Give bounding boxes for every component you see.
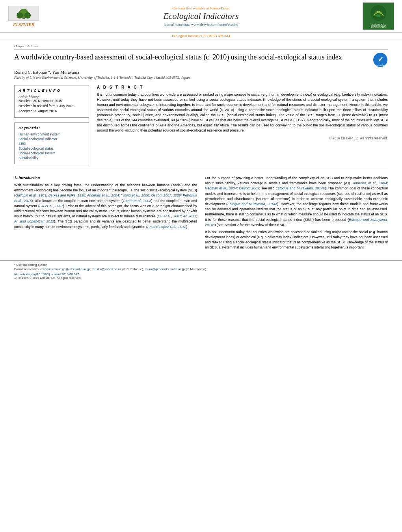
body-content: 1. Introduction With sustainability as a…	[0, 176, 402, 252]
article-section-label: Original Articles	[14, 44, 388, 50]
email-3-link[interactable]: mura@geoenv.tsukuba.ac.jp	[145, 267, 185, 271]
abstract-text: It is not uncommon today that countries …	[97, 92, 388, 133]
article-info-box: A R T I C L E I N F O Article history: R…	[14, 85, 89, 118]
email-1-link[interactable]: estoque.ronald.ga@u.tsukuba.ac.jp	[40, 267, 90, 271]
homepage-url[interactable]: www.elsevier.com/locate/ecolind	[191, 22, 238, 26]
article-section: Original Articles A worldwide country-ba…	[0, 39, 402, 164]
contents-line: Contents lists available at ScienceDirec…	[39, 6, 363, 10]
article-title: A worldwide country-based assessment of …	[14, 52, 369, 62]
intro-para-1: With sustainability as a key driving for…	[14, 183, 197, 230]
intro-right-para-2: It is not uncommon today that countries …	[205, 230, 388, 250]
intro-right-para-1: For the purpose of providing a better un…	[205, 176, 388, 228]
crossmark-logo[interactable]: ✓ CrossMark	[373, 52, 388, 67]
keyword-3: SESI	[19, 142, 85, 146]
revised-value: Received in revised form 7 July 2016	[19, 104, 85, 108]
email-2-link[interactable]: rans2k@yahoo.co.uk	[92, 267, 121, 271]
svg-point-2	[17, 12, 23, 19]
keywords-box: Keywords: Human-environment system Socia…	[14, 122, 89, 164]
right-column: A B S T R A C T It is not uncommon today…	[97, 85, 388, 164]
keyword-6: Sustainability	[19, 156, 85, 160]
body-right-col: For the purpose of providing a better un…	[205, 176, 388, 252]
elsevier-tree-image	[8, 6, 39, 21]
keyword-5: Social-ecological system	[19, 151, 85, 155]
elsevier-logo: ELSEVIER	[8, 6, 39, 27]
journal-logo: ECOLOGICALINDICATORS	[363, 2, 394, 30]
keyword-2: Social-ecological indicator	[19, 137, 85, 141]
keyword-4: Social-ecological status	[19, 146, 85, 150]
email-footnote: E-mail addresses: estoque.ronald.ga@u.ts…	[14, 267, 388, 271]
section-divider	[14, 170, 388, 170]
article-info-title: A R T I C L E I N F O	[19, 89, 85, 93]
article-title-row: A worldwide country-based assessment of …	[14, 52, 388, 67]
article-info-abstract: A R T I C L E I N F O Article history: R…	[14, 85, 388, 164]
elsevier-brand: ELSEVIER	[13, 22, 34, 27]
svg-text:CrossMark: CrossMark	[374, 64, 386, 67]
journal-header: ELSEVIER Contents lists available at Sci…	[0, 0, 402, 33]
svg-point-4	[370, 5, 386, 21]
rights-line: 1470-160X/© 2016 Elsevier Ltd. All right…	[14, 276, 388, 280]
page-wrapper: ELSEVIER Contents lists available at Sci…	[0, 0, 402, 532]
journal-center-info: Contents lists available at ScienceDirec…	[39, 6, 363, 26]
received-value: Received 30 November 2015	[19, 99, 85, 103]
abstract-title: A B S T R A C T	[97, 85, 388, 89]
svg-point-3	[24, 12, 31, 19]
keyword-1: Human-environment system	[19, 132, 85, 136]
svg-text:✓: ✓	[378, 56, 383, 63]
intro-heading: 1. Introduction	[14, 176, 197, 180]
journal-title: Ecological Indicators	[39, 11, 363, 21]
homepage-line: journal homepage: www.elsevier.com/locat…	[39, 22, 363, 26]
left-column: A R T I C L E I N F O Article history: R…	[14, 85, 89, 164]
footnotes-area: * Corresponding author. E-mail addresses…	[0, 260, 402, 280]
svg-point-5	[375, 14, 382, 17]
body-left-col: 1. Introduction With sustainability as a…	[14, 176, 197, 252]
keywords-title: Keywords:	[19, 126, 85, 130]
sciencedirect-link[interactable]: ScienceDirect	[210, 6, 229, 10]
doi-line[interactable]: http://dx.doi.org/10.1016/j.ecolind.2016…	[14, 272, 388, 276]
accepted-value: Accepted 25 August 2016	[19, 109, 85, 113]
copyright-line: © 2016 Elsevier Ltd. All rights reserved…	[97, 136, 388, 140]
journal-number-line: Ecological Indicators 72 (2017) 605–614	[0, 33, 402, 39]
authors-line: Ronald C. Estoque *, Yuji Murayama	[14, 70, 388, 74]
affiliation-line: Faculty of Life and Environmental Scienc…	[14, 76, 388, 80]
corresponding-author-note: * Corresponding author.	[14, 263, 388, 267]
history-label: Article history:	[19, 95, 85, 99]
